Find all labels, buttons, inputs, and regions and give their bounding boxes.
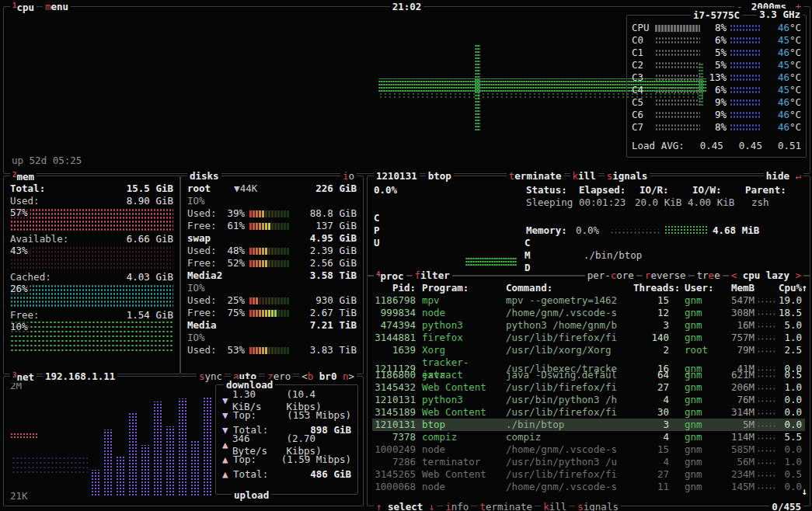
process-row[interactable]: 1186800 java java -Dswing.defaul 64 gnm … (372, 369, 805, 381)
mem-free-graph: 10% (10, 322, 173, 353)
disk-row-percent: 75% (221, 307, 245, 319)
core-name: C2 (632, 59, 655, 71)
disk-row-label: Free: (187, 257, 221, 269)
detail-parent-header: Parent: (745, 184, 786, 196)
process-row[interactable]: 474394 python3 python3 /home/gnm/b 3 gnm… (372, 319, 805, 332)
disk-row: Free: 75% 2.67 TiB (187, 307, 357, 319)
cpu-titlebar: 1cpu menu 21:02 - 2000ms + (10, 0, 803, 12)
process-cpu-percent: 18.5 (778, 307, 803, 319)
process-user: gnm (674, 406, 717, 419)
sort-prev-button[interactable]: < (731, 269, 737, 281)
net-stat-label: Total: (233, 468, 268, 481)
process-user: gnm (674, 443, 717, 456)
kill-button[interactable]: kill (570, 170, 598, 182)
core-usage-percent: 13% (703, 71, 727, 84)
process-command: /usr/lib/firefox/fi (506, 406, 633, 419)
process-row[interactable]: 1210131 python3 /usr/bin/python3 /h 4 gn… (372, 394, 805, 406)
core-usage-graph (655, 37, 700, 44)
process-row[interactable]: 1639 Xorg /usr/lib/xorg/Xorg 2 root 79M … (372, 344, 805, 356)
c,md-vertical-label: C (524, 237, 531, 249)
process-row[interactable]: 1211129 tracker-extract /usr/libexec/tra… (372, 356, 805, 369)
select-nav-control[interactable]: ↑ select ↓ (374, 501, 437, 511)
terminate-button[interactable]: terminate (507, 170, 564, 182)
io-mode-toggle[interactable]: io (340, 170, 357, 182)
mem-free-percent: 10% (10, 321, 30, 333)
sync-toggle[interactable]: sync (197, 370, 225, 382)
process-command: ./bin/btop (506, 419, 633, 431)
direction-arrow-icon: ▲ (222, 454, 233, 466)
process-row[interactable]: 1186798 mpv mpv --geometry=1462 15 gnm 5… (372, 294, 805, 307)
sort-next-button[interactable]: > (795, 269, 801, 281)
disk-row-label: Media2 (187, 269, 222, 282)
menu-button[interactable]: menu (43, 1, 71, 12)
process-row[interactable]: 1210131 btop ./bin/btop 3 gnm 5M 0.0 (372, 419, 805, 431)
interface-selector[interactable]: <b br0 n> (299, 370, 357, 382)
disk-row-value: 2.56 GiB (310, 257, 357, 269)
process-user: gnm (674, 294, 717, 307)
terminate-footer-button[interactable]: terminate (477, 501, 535, 511)
info-button[interactable]: info (443, 501, 471, 511)
process-row[interactable]: 3145432 Web Content /usr/lib/firefox/fi … (372, 381, 805, 394)
disk-meter (249, 310, 290, 317)
scroll-up-arrow[interactable]: ↑ (801, 282, 807, 294)
process-footer: ↑ select ↓ info terminate kill signals 0… (374, 500, 803, 511)
process-cpu-percent: 0.0 (778, 406, 803, 419)
process-cpu-percent: 5.5 (778, 431, 803, 443)
filter-button[interactable]: filter (413, 269, 452, 281)
process-row[interactable]: 999834 node /home/gnm/.vscode-s 12 gnm 3… (372, 307, 805, 319)
disk-list: root ▼44K 226 GiB IO% Used: 39% 88.8 GiB… (187, 182, 357, 369)
process-user: gnm (674, 307, 717, 319)
disk-row-percent: 52% (221, 257, 245, 269)
process-memory: 145M (717, 481, 754, 493)
core-usage-graph (655, 112, 700, 119)
process-command: /usr/bin/python3 /h (506, 394, 633, 406)
disk-row: Free: 61% 137 GiB (187, 220, 357, 232)
core-usage-graph (655, 87, 700, 94)
process-program: mpv (422, 294, 506, 307)
disk-row: root ▼44K 226 GiB (187, 182, 357, 195)
signals-footer-button[interactable]: signals (575, 501, 621, 511)
signals-button[interactable]: signals (605, 170, 650, 182)
mem-cached-percent: 26% (10, 283, 30, 295)
mem-used-row: Used:8.90 GiB (10, 195, 173, 207)
process-pid: 999834 (372, 307, 422, 319)
process-threads: 15 (633, 443, 674, 456)
process-row[interactable]: 1000249 node /home/gnm/.vscode-s 15 gnm … (372, 443, 805, 456)
core-name: C4 (632, 84, 655, 96)
process-pid: 3145189 (372, 406, 422, 419)
detail-parent-value: zsh (751, 196, 769, 209)
process-row[interactable]: 7378 compiz compiz 4 gnm 114M 5.5 (372, 431, 805, 443)
detail-memory-graph (664, 226, 708, 235)
process-row[interactable]: 3145189 Web Content /usr/lib/firefox/fi … (372, 406, 805, 419)
process-mem-graph (754, 398, 778, 403)
process-row[interactable]: 3145265 Web Content /usr/lib/firefox/fi … (372, 468, 805, 481)
cpu-vertical-label: C (374, 212, 380, 224)
process-list-panel: 4proc filter per-core reverse tree < cpu… (367, 275, 810, 506)
mem-cached-graph: 26% (10, 283, 173, 308)
process-memory: 76M (717, 394, 754, 406)
disk-meter (249, 210, 290, 217)
detail-ior-header: IO/R: (639, 184, 669, 196)
per-core-toggle[interactable]: per-core (585, 269, 636, 281)
core-name: C0 (632, 34, 655, 47)
upload-title: upload (232, 489, 271, 501)
process-threads: 27 (633, 381, 674, 394)
process-mem-graph (754, 311, 778, 316)
process-threads: 64 (633, 369, 674, 381)
hide-button[interactable]: hide ↵ (764, 170, 803, 182)
process-row[interactable]: 1000068 node /home/gnm/.vscode-s 11 gnm … (372, 481, 805, 493)
cpu-core-row: C6 9% 46°C (632, 109, 801, 121)
disk-meter (249, 260, 290, 267)
disk-row-label: root (187, 182, 211, 195)
reverse-toggle[interactable]: reverse (643, 269, 688, 281)
net-stat-line: ▼ 1.30 KiB/s (10.4 Kibps) (222, 393, 351, 408)
cpu-core-row: C7 8% 46°C (632, 121, 801, 134)
proc-box-title: 4proc (374, 269, 406, 282)
process-row[interactable]: 3144881 firefox /usr/lib/firefox/fi 140 … (372, 332, 805, 344)
cmd-vertical-label: M (524, 249, 531, 262)
process-row[interactable]: 7286 terminator /usr/bin/python3 /u 4 gn… (372, 456, 805, 468)
tree-toggle[interactable]: tree (695, 269, 723, 281)
net-stat-line: ▲ Total: 486 GiB (222, 467, 351, 481)
kill-footer-button[interactable]: kill (541, 501, 569, 511)
process-pid: 1186800 (372, 369, 422, 381)
